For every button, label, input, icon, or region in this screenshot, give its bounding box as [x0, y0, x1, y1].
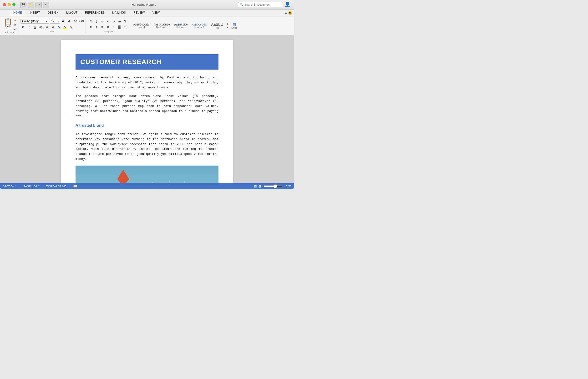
tab-home[interactable]: HOME — [10, 10, 26, 16]
emoji-button[interactable]: 🙂 — [288, 11, 292, 15]
styles-gallery: AaBbCcDdEe Normal AaBbCcDdEe No Spacing … — [131, 21, 225, 30]
svg-line-7 — [169, 180, 170, 183]
tab-layout[interactable]: LAYOUT — [63, 10, 81, 16]
font-family-dropdown[interactable]: Calibri (Body) ▾ — [20, 19, 49, 24]
search-box[interactable]: 🔍 — [238, 2, 283, 7]
bold-button[interactable]: B — [20, 25, 26, 30]
italic-button[interactable]: I — [26, 25, 32, 30]
tab-view[interactable]: VIEW — [149, 10, 164, 16]
align-center-button[interactable]: ≡ — [94, 25, 99, 30]
view-normal-icon[interactable]: ⊡ — [254, 184, 257, 188]
list-row: ≡ ⋮ ☰ ⇤ ⇥ ↕A ¶ — [88, 18, 128, 24]
divider-1 — [20, 185, 20, 188]
align-right-button[interactable]: ≡ — [100, 25, 105, 30]
paste-button[interactable]: 📋 Paste — [3, 18, 13, 28]
minimize-button[interactable] — [8, 3, 11, 6]
shrink-font-button[interactable]: A- — [67, 18, 72, 24]
font-controls: Calibri (Body) ▾ 12 ▾ A+ A- Aa ⌫ B — [20, 18, 84, 30]
redo-button[interactable]: ↪ — [43, 2, 49, 8]
line-spacing-button[interactable]: ↕ — [111, 25, 116, 30]
tab-review[interactable]: REVIEW — [130, 10, 148, 16]
style-heading2[interactable]: AaBbCcDdE Heading 2 — [190, 22, 209, 29]
open-button[interactable]: 📁 — [28, 2, 34, 8]
section-heading: A trusted brand — [76, 123, 219, 129]
shading-button[interactable]: ▓ — [117, 25, 122, 30]
window-title: Northwind Report — [49, 3, 238, 6]
grow-font-button[interactable]: A+ — [61, 18, 66, 24]
user-button[interactable]: 👤 — [285, 1, 291, 8]
title-bar: 💾 📁 ↩ ↪ Northwind Report 🔍 👤 — [0, 0, 294, 10]
style-title[interactable]: AaBbC Title — [209, 21, 225, 30]
style-heading1[interactable]: AaBbCcDc Heading 1 — [172, 22, 190, 29]
highlight-color-button[interactable]: A — [62, 25, 67, 30]
paragraph-1: A customer research survey, co-sponsored… — [76, 75, 219, 90]
font-row-2: B I U ab X2 X2 A — [20, 25, 84, 30]
text-color-button[interactable]: A — [68, 25, 73, 30]
font-size-chevron: ▾ — [57, 19, 59, 23]
section-heading-text: A trusted brand — [76, 123, 104, 127]
style-title-preview: AaBbC — [211, 22, 223, 27]
app-window: 💾 📁 ↩ ↪ Northwind Report 🔍 👤 HOME INSERT… — [0, 0, 294, 190]
style-normal[interactable]: AaBbCcDdEe Normal — [131, 22, 151, 29]
clipboard-small-buttons: ✂ ⧉ 🖌 — [14, 18, 16, 31]
view-web-icon[interactable]: ⊞ — [259, 184, 262, 188]
decrease-indent-button[interactable]: ⇤ — [105, 18, 111, 24]
multilevel-list-button[interactable]: ☰ — [100, 18, 105, 24]
underline-button[interactable]: U — [32, 25, 38, 30]
sort-button[interactable]: ↕A — [117, 18, 122, 24]
search-input[interactable] — [244, 3, 280, 6]
style-no-spacing[interactable]: AaBbCcDdEe No Spacing — [152, 22, 172, 29]
subscript-button[interactable]: X2 — [44, 25, 49, 30]
paste-label: Paste — [5, 25, 11, 28]
copy-button[interactable]: ⧉ — [14, 23, 16, 27]
save-button[interactable]: 💾 — [20, 2, 26, 8]
styles-nav: ▲ ▼ — [225, 21, 230, 30]
book-icon[interactable]: 📖 — [73, 184, 77, 188]
ribbon-collapse-button[interactable]: ∧ — [285, 11, 287, 15]
increase-indent-button[interactable]: ⇥ — [111, 18, 116, 24]
borders-button[interactable]: ⊞ — [123, 25, 128, 30]
divider-2 — [43, 185, 43, 188]
tab-insert[interactable]: INSERT — [26, 10, 44, 16]
kite-image — [76, 166, 219, 183]
clear-formatting-button[interactable]: ⌫ — [79, 18, 84, 24]
search-icon: 🔍 — [240, 3, 243, 6]
tab-mailings[interactable]: MAILINGS — [108, 10, 130, 16]
strikethrough-button[interactable]: ab — [38, 25, 44, 30]
tab-design[interactable]: DESIGN — [44, 10, 63, 16]
style-heading1-preview: AaBbCcDc — [174, 23, 188, 26]
bullets-button[interactable]: ≡ — [88, 18, 93, 24]
justify-button[interactable]: ≡ — [105, 25, 111, 30]
styles-scroll-down[interactable]: ▼ — [226, 26, 229, 29]
style-title-label: Title — [215, 27, 219, 29]
style-no-spacing-label: No Spacing — [156, 26, 167, 28]
font-size-dropdown[interactable]: 12 ▾ — [50, 19, 60, 24]
zoom-percentage: 132% — [285, 185, 291, 188]
cut-button[interactable]: ✂ — [14, 18, 16, 22]
undo-button[interactable]: ↩ — [35, 2, 42, 8]
font-color-button[interactable]: A — [56, 25, 62, 30]
show-formatting-button[interactable]: ¶ — [123, 18, 128, 24]
document-page: CUSTOMER RESEARCH A customer research su… — [61, 40, 233, 183]
numbering-button[interactable]: ⋮ — [94, 18, 99, 24]
change-case-button[interactable]: Aa — [73, 18, 78, 24]
section-paragraph: To investigate longer-term trends, we ag… — [76, 132, 219, 162]
document-body: A customer research survey, co-sponsored… — [76, 75, 219, 183]
align-left-button[interactable]: ≡ — [88, 25, 93, 30]
font-group: Calibri (Body) ▾ 12 ▾ A+ A- Aa ⌫ B — [19, 18, 86, 33]
styles-scroll-up[interactable]: ▲ — [226, 22, 229, 25]
style-heading1-label: Heading 1 — [176, 26, 186, 28]
document-area[interactable]: CUSTOMER RESEARCH A customer research su… — [0, 35, 294, 183]
maximize-button[interactable] — [12, 3, 16, 6]
tab-references[interactable]: REFERENCES — [81, 10, 108, 16]
toolbar-tools: 💾 📁 ↩ ↪ — [20, 2, 49, 8]
alignment-row: ≡ ≡ ≡ ≡ ↕ ▓ ⊞ — [88, 25, 128, 30]
style-normal-preview: AaBbCcDdEe — [133, 23, 149, 26]
paste-icon: 📋 — [4, 18, 12, 25]
styles-panel-button[interactable]: ▤ Styles — [230, 21, 239, 30]
close-button[interactable] — [3, 3, 6, 6]
superscript-button[interactable]: X2 — [50, 25, 56, 30]
zoom-slider[interactable] — [264, 184, 283, 188]
word-count: WORD 0 OF 168 — [47, 185, 66, 188]
format-painter-button[interactable]: 🖌 — [14, 27, 16, 31]
